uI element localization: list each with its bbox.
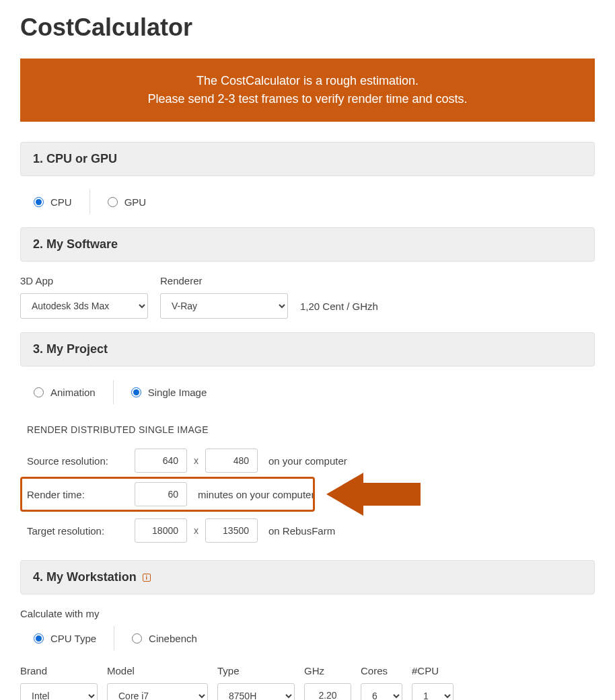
- source-suffix: on your computer: [268, 455, 347, 467]
- target-width-input[interactable]: [135, 518, 187, 543]
- banner-line-2: Please send 2-3 test frames to verify re…: [34, 90, 581, 108]
- radio-single-image-input[interactable]: [131, 387, 141, 397]
- radio-cpu-label: CPU: [50, 196, 72, 208]
- price-text: 1,20 Cent / GHzh: [300, 301, 378, 319]
- brand-select[interactable]: Intel: [20, 683, 98, 700]
- render-time-label: Render time:: [27, 489, 128, 500]
- x-separator: x: [194, 455, 198, 466]
- render-time-input[interactable]: [135, 482, 187, 506]
- radio-gpu-label: GPU: [124, 196, 147, 208]
- source-resolution-row: Source resolution: x on your computer: [20, 449, 595, 473]
- section-4-title: 4. My Workstation: [33, 570, 137, 584]
- ghz-input[interactable]: [304, 683, 351, 700]
- render-time-suffix: minutes on your computer: [198, 489, 314, 500]
- type-label: Type: [217, 665, 295, 676]
- radio-animation[interactable]: Animation: [34, 387, 96, 398]
- section-1-header: 1. CPU or GPU: [20, 142, 595, 176]
- svg-marker-0: [326, 473, 421, 516]
- radio-cpu-type-label: CPU Type: [50, 633, 96, 644]
- radio-single-image-label: Single Image: [148, 387, 207, 398]
- section-4-header: 4. My Workstation i: [20, 560, 595, 594]
- divider: [114, 626, 114, 650]
- cores-label: Cores: [361, 665, 402, 676]
- source-width-input[interactable]: [135, 449, 187, 473]
- renderer-label: Renderer: [160, 275, 288, 286]
- radio-cinebench[interactable]: Cinebench: [132, 633, 197, 644]
- radio-animation-label: Animation: [50, 387, 96, 398]
- radio-cpu[interactable]: CPU: [34, 196, 72, 208]
- divider: [113, 380, 114, 404]
- target-suffix: on RebusFarm: [268, 525, 335, 537]
- calculate-with-label: Calculate with my: [20, 608, 595, 619]
- ncpu-select[interactable]: 1: [412, 683, 454, 700]
- arrow-left-icon: [326, 471, 421, 518]
- radio-single-image[interactable]: Single Image: [131, 387, 207, 398]
- radio-cinebench-label: Cinebench: [149, 633, 197, 644]
- model-select[interactable]: Core i7: [107, 683, 208, 700]
- render-time-row: Render time: minutes on your computer: [20, 482, 595, 506]
- app-label: 3D App: [20, 275, 148, 286]
- target-resolution-label: Target resolution:: [27, 525, 128, 537]
- target-height-input[interactable]: [205, 518, 258, 543]
- model-label: Model: [107, 665, 208, 676]
- divider: [89, 190, 90, 214]
- radio-cpu-input[interactable]: [34, 197, 44, 207]
- x-separator: x: [194, 525, 198, 536]
- banner-line-1: The CostCalculator is a rough estimation…: [34, 72, 581, 90]
- target-resolution-row: Target resolution: x on RebusFarm: [20, 518, 595, 543]
- section-3-header: 3. My Project: [20, 332, 595, 366]
- info-icon[interactable]: i: [143, 574, 151, 582]
- radio-animation-input[interactable]: [34, 387, 44, 397]
- radio-cpu-type[interactable]: CPU Type: [34, 633, 96, 644]
- radio-cinebench-input[interactable]: [132, 633, 142, 644]
- radio-gpu[interactable]: GPU: [108, 196, 147, 208]
- type-select[interactable]: 8750H: [217, 683, 295, 700]
- section-2-header: 2. My Software: [20, 227, 595, 262]
- ghz-label: GHz: [304, 665, 351, 676]
- radio-cpu-type-input[interactable]: [34, 633, 44, 644]
- ncpu-label: #CPU: [412, 665, 454, 676]
- radio-gpu-input[interactable]: [108, 197, 118, 207]
- renderer-select[interactable]: V-Ray: [160, 293, 288, 319]
- page-title: CostCalculator: [20, 13, 595, 42]
- source-resolution-label: Source resolution:: [27, 455, 128, 467]
- render-subheading: RENDER DISTRIBUTED SINGLE IMAGE: [27, 424, 595, 435]
- info-banner: The CostCalculator is a rough estimation…: [20, 59, 595, 122]
- brand-label: Brand: [20, 665, 98, 676]
- source-height-input[interactable]: [205, 449, 258, 473]
- cores-select[interactable]: 6: [361, 683, 402, 700]
- app-select[interactable]: Autodesk 3ds Max: [20, 293, 148, 319]
